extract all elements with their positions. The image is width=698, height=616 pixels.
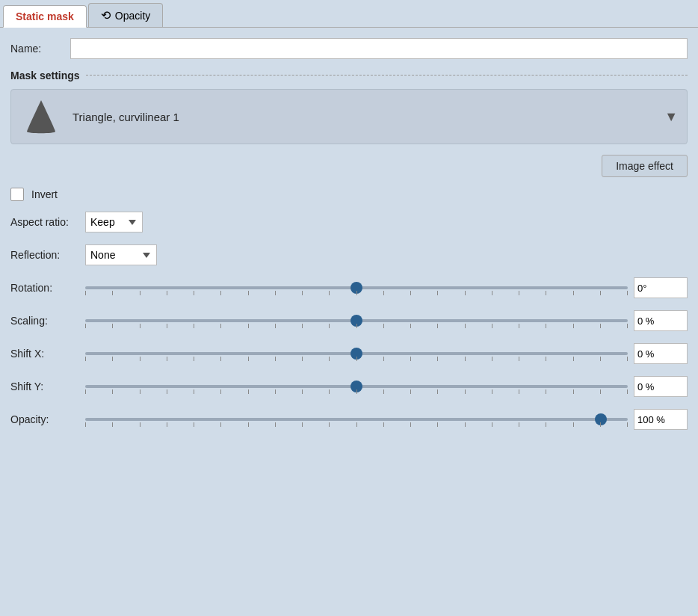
tab-bar: Static mask ⟲ Opacity <box>0 0 698 28</box>
param-control-scaling: ▲▼ <box>85 310 688 331</box>
shape-name: Triangle, curvilinear 1 <box>72 111 664 123</box>
spinner-input-row-scaling: ▲▼ <box>634 310 688 331</box>
spinner-value-opacity[interactable] <box>634 414 698 425</box>
slider-wrapper-shift-y <box>85 378 628 395</box>
mask-settings-header: Mask settings <box>10 70 688 81</box>
spinner-input-row-rotation: ▲▼ <box>634 277 688 298</box>
shape-selector[interactable]: Triangle, curvilinear 1 ▼ <box>10 89 688 144</box>
param-label-shift-x: Shift X: <box>10 348 85 360</box>
tab-opacity-label: Opacity <box>115 10 150 22</box>
slider-wrapper-rotation <box>85 279 628 297</box>
shape-preview <box>20 96 62 138</box>
dropdown-aspect-ratio[interactable]: KeepStretchFit <box>85 212 143 232</box>
param-row-scaling: Scaling:▲▼ <box>10 310 688 331</box>
spinner-value-scaling[interactable] <box>634 315 698 327</box>
slider-input-opacity[interactable] <box>85 418 628 421</box>
spinner-value-shift-x[interactable] <box>634 348 698 360</box>
invert-label: Invert <box>31 188 58 200</box>
spinner-input-row-shift-x: ▲▼ <box>634 343 688 364</box>
param-control-shift-y: ▲▼ <box>85 376 688 397</box>
param-label-opacity: Opacity: <box>10 413 85 425</box>
param-row-rotation: Rotation:▲▼ <box>10 277 688 298</box>
slider-track-shift-x <box>85 345 628 363</box>
spinner-value-rotation[interactable] <box>634 283 698 294</box>
param-control-opacity: ▲▼ <box>85 409 688 430</box>
slider-wrapper-scaling <box>85 312 628 330</box>
param-label-shift-y: Shift Y: <box>10 381 85 392</box>
invert-checkbox[interactable] <box>10 188 24 201</box>
slider-input-scaling[interactable] <box>85 319 628 322</box>
param-control-aspect-ratio: KeepStretchFit <box>85 212 688 232</box>
slider-track-rotation <box>85 279 628 297</box>
param-control-shift-x: ▲▼ <box>85 343 688 364</box>
slider-track-shift-y <box>85 378 628 395</box>
param-row-opacity: Opacity:▲▼ <box>10 409 688 430</box>
spinner-rotation: ▲▼ <box>634 277 688 298</box>
spinner-opacity: ▲▼ <box>634 409 688 430</box>
name-row: Name: <box>10 38 688 59</box>
param-row-reflection: Reflection:NoneHorizontalVerticalBoth <box>10 244 688 265</box>
opacity-icon: ⟲ <box>101 8 111 22</box>
spinner-shift-y: ▲▼ <box>634 376 688 397</box>
dropdown-wrapper-reflection: NoneHorizontalVerticalBoth <box>85 244 688 265</box>
shape-icon <box>22 97 60 136</box>
param-control-rotation: ▲▼ <box>85 277 688 298</box>
param-row-aspect-ratio: Aspect ratio:KeepStretchFit <box>10 212 688 232</box>
slider-track-scaling <box>85 312 628 330</box>
slider-wrapper-shift-x <box>85 345 628 363</box>
spinner-input-row-shift-y: ▲▼ <box>634 376 688 397</box>
tab-static-mask[interactable]: Static mask <box>3 5 87 28</box>
slider-track-opacity <box>85 410 628 428</box>
dropdown-wrapper-aspect-ratio: KeepStretchFit <box>85 212 688 232</box>
tab-static-mask-label: Static mask <box>16 10 74 22</box>
param-control-reflection: NoneHorizontalVerticalBoth <box>85 244 688 265</box>
slider-input-shift-y[interactable] <box>85 385 628 388</box>
shape-chevron-icon: ▼ <box>664 109 678 125</box>
param-label-reflection: Reflection: <box>10 249 85 261</box>
name-label: Name: <box>10 43 70 55</box>
param-label-rotation: Rotation: <box>10 282 85 294</box>
param-row-shift-y: Shift Y:▲▼ <box>10 376 688 397</box>
image-effect-row: Image effect <box>10 155 688 177</box>
spinner-input-row-opacity: ▲▼ <box>634 409 688 430</box>
slider-input-shift-x[interactable] <box>85 352 628 355</box>
param-label-aspect-ratio: Aspect ratio: <box>10 216 85 228</box>
dropdown-reflection[interactable]: NoneHorizontalVerticalBoth <box>85 244 157 265</box>
invert-row: Invert <box>10 188 688 201</box>
spinner-shift-x: ▲▼ <box>634 343 688 364</box>
spinner-value-shift-y[interactable] <box>634 381 698 392</box>
param-row-shift-x: Shift X:▲▼ <box>10 343 688 364</box>
spinner-scaling: ▲▼ <box>634 310 688 331</box>
params-container: Aspect ratio:KeepStretchFitReflection:No… <box>10 212 688 430</box>
name-input[interactable] <box>70 38 688 59</box>
content-area: Name: Mask settings Triangle, curvilinea… <box>0 28 698 452</box>
slider-input-rotation[interactable] <box>85 286 628 289</box>
tab-opacity[interactable]: ⟲ Opacity <box>88 3 163 27</box>
param-label-scaling: Scaling: <box>10 315 85 327</box>
slider-wrapper-opacity <box>85 410 628 428</box>
image-effect-button[interactable]: Image effect <box>602 155 688 177</box>
